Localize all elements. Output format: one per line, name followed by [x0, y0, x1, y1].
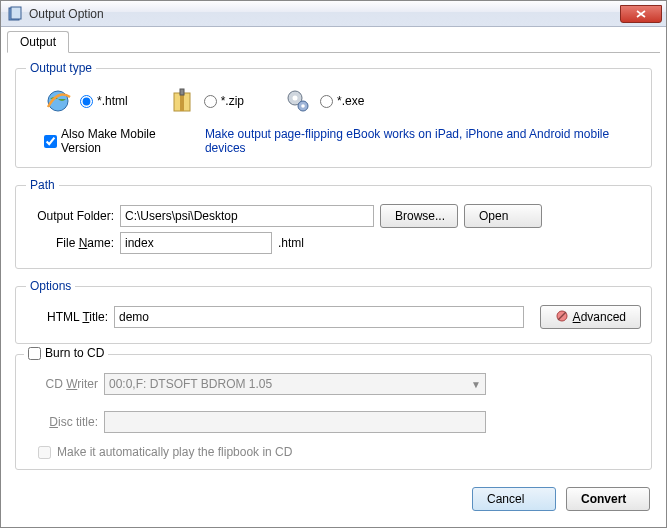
burn-checkbox-input[interactable] [28, 347, 41, 360]
label-output-folder: Output Folder: [26, 209, 114, 223]
select-cd-writer-value: 00:0,F: DTSOFT BDROM 1.05 [109, 377, 272, 391]
svg-rect-4 [180, 93, 184, 111]
cancel-button[interactable]: Cancel [472, 487, 556, 511]
group-output-type: Output type *.html [15, 61, 652, 168]
svg-rect-5 [180, 89, 184, 95]
close-button[interactable] [620, 5, 662, 23]
radio-exe-label: *.exe [337, 94, 364, 108]
select-cd-writer[interactable]: 00:0,F: DTSOFT BDROM 1.05 ▼ [104, 373, 486, 395]
label-file-name: File Name: [26, 236, 114, 250]
extension-label: .html [278, 236, 304, 250]
tab-content: Output type *.html [7, 53, 660, 479]
radio-exe-input[interactable] [320, 95, 333, 108]
radio-html-label: *.html [97, 94, 128, 108]
autoplay-checkbox-input [38, 446, 51, 459]
legend-options: Options [26, 279, 75, 293]
input-disc-title [104, 411, 486, 433]
tab-output[interactable]: Output [7, 31, 69, 53]
gear-icon [284, 87, 312, 115]
input-output-folder[interactable] [120, 205, 374, 227]
group-path: Path Output Folder: Browse... Open File … [15, 178, 652, 269]
mobile-checkbox-input[interactable] [44, 135, 57, 148]
svg-point-9 [301, 104, 305, 108]
advanced-button[interactable]: Advanced [540, 305, 641, 329]
open-button[interactable]: Open [464, 204, 542, 228]
label-disc-title: Disc title: [26, 415, 98, 429]
radio-zip-input[interactable] [204, 95, 217, 108]
tabstrip: Output [7, 31, 660, 53]
titlebar: Output Option [1, 1, 666, 27]
output-type-exe: *.exe [284, 87, 364, 115]
row-html-title: HTML Title: Advanced [26, 305, 641, 329]
radio-html[interactable]: *.html [80, 94, 128, 108]
input-html-title[interactable] [114, 306, 524, 328]
client-area: Output Output type *.html [1, 27, 666, 527]
radio-zip[interactable]: *.zip [204, 94, 244, 108]
radio-zip-label: *.zip [221, 94, 244, 108]
wand-icon [555, 309, 569, 326]
row-auto-play: Make it automatically play the flipbook … [38, 445, 641, 459]
svg-rect-1 [11, 7, 21, 19]
window: Output Option Output Output type [0, 0, 667, 528]
mobile-checkbox-label: Also Make Mobile Version [61, 127, 195, 155]
legend-path: Path [26, 178, 59, 192]
output-type-html: *.html [44, 87, 128, 115]
group-burn: Burn to CD CD Writer 00:0,F: DTSOFT BDRO… [15, 354, 652, 470]
row-file-name: File Name: .html [26, 232, 641, 254]
group-options: Options HTML Title: Advanced [15, 279, 652, 344]
row-disc-title: Disc title: [26, 411, 641, 433]
output-type-row: *.html *.zip [26, 83, 641, 125]
radio-html-input[interactable] [80, 95, 93, 108]
label-cd-writer: CD Writer [26, 377, 98, 391]
legend-output-type: Output type [26, 61, 96, 75]
radio-exe[interactable]: *.exe [320, 94, 364, 108]
browse-button[interactable]: Browse... [380, 204, 458, 228]
convert-button[interactable]: Convert [566, 487, 650, 511]
window-title: Output Option [29, 7, 620, 21]
mobile-row: Also Make Mobile Version Make output pag… [26, 125, 641, 157]
burn-checkbox[interactable]: Burn to CD [28, 346, 104, 360]
burn-checkbox-label: Burn to CD [45, 346, 104, 360]
label-html-title: HTML Title: [26, 310, 108, 324]
zip-icon [168, 87, 196, 115]
globe-icon [44, 87, 72, 115]
row-output-folder: Output Folder: Browse... Open [26, 204, 641, 228]
autoplay-label: Make it automatically play the flipbook … [57, 445, 292, 459]
input-file-name[interactable] [120, 232, 272, 254]
svg-point-7 [293, 96, 298, 101]
mobile-hint: Make output page-flipping eBook works on… [205, 127, 641, 155]
row-cd-writer: CD Writer 00:0,F: DTSOFT BDROM 1.05 ▼ [26, 373, 641, 395]
footer: Cancel Convert [7, 479, 660, 521]
app-icon [7, 6, 23, 22]
burn-legend: Burn to CD [24, 346, 108, 360]
output-type-zip: *.zip [168, 87, 244, 115]
chevron-down-icon: ▼ [471, 379, 481, 390]
mobile-checkbox[interactable]: Also Make Mobile Version [44, 127, 195, 155]
